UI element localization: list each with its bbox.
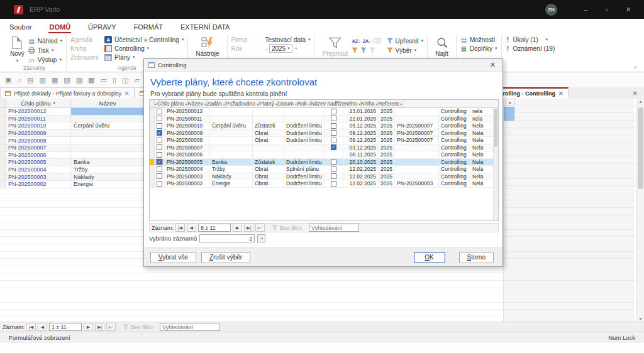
advanced-filter-button[interactable]: Upřesnit▾ — [387, 36, 424, 45]
table-row[interactable]: PN-202500010 Čerpání úvěru — [0, 122, 144, 130]
selection-filter-button[interactable]: Výběr▾ — [387, 46, 424, 55]
platny-checkbox[interactable] — [331, 138, 336, 143]
select-checkbox[interactable] — [157, 123, 162, 129]
close-all-tabs-icon[interactable]: ✕ — [633, 90, 638, 97]
clear-selection-button[interactable]: Zrušit výběr — [201, 252, 250, 263]
record-selector[interactable] — [150, 116, 155, 122]
platny-checkbox[interactable] — [331, 159, 336, 165]
table-row[interactable]: PN-202500007 — [0, 144, 144, 152]
next-record-button[interactable]: ▶ — [84, 323, 93, 331]
prev-record-button[interactable]: ◀ — [38, 323, 47, 331]
user-avatar[interactable]: ZN — [545, 4, 557, 16]
addins-button[interactable]: ▦Doplňky▾ — [460, 44, 497, 53]
record-selector[interactable] — [0, 137, 6, 144]
select-checkbox[interactable] — [157, 144, 162, 150]
collapse-ribbon-icon[interactable]: ⌄ — [633, 63, 638, 69]
select-checkbox[interactable] — [157, 116, 162, 121]
year-plus-button[interactable]: + — [295, 46, 297, 51]
record-selector[interactable] — [0, 166, 6, 173]
column-header[interactable]: Název nadřízeného — [311, 100, 361, 107]
no-filter-indicator[interactable]: Bez filtru — [272, 225, 302, 231]
select-checkbox[interactable] — [157, 152, 162, 158]
table-row[interactable]: PN-202500006 06.11.2025 2025 Controlling… — [150, 151, 498, 159]
table-row[interactable]: ✓ PN-202500005 Banka Zůstatek Dodržení l… — [150, 159, 498, 166]
year-dropdown[interactable]: 2025▾ — [269, 44, 292, 53]
table-row[interactable]: PN-202500010 Čerpání úvěru Zůstatek Dodr… — [150, 122, 498, 130]
agenda-dropdown[interactable]: Účetnictví » Controlling — [114, 36, 179, 43]
column-header[interactable]: Číslo plánu — [157, 100, 188, 107]
close-tab-icon[interactable]: ✕ — [558, 90, 564, 97]
record-selector[interactable] — [0, 144, 6, 151]
column-header[interactable]: Datum — [278, 100, 297, 107]
ok-button[interactable]: OK — [414, 252, 445, 263]
search-input[interactable] — [309, 224, 359, 232]
dialog-table-scrollbar[interactable] — [493, 108, 498, 220]
column-header[interactable]: Referent — [378, 100, 402, 107]
table-row[interactable]: PN-202500005 Banka — [0, 159, 144, 166]
quickbar-icon[interactable]: ▯ — [113, 76, 116, 84]
record-selector[interactable] — [150, 180, 155, 187]
record-selector[interactable] — [0, 159, 6, 166]
platny-checkbox[interactable] — [331, 173, 336, 179]
quickbar-icon[interactable]: ▧ — [64, 76, 70, 84]
platny-checkbox[interactable] — [331, 181, 336, 187]
record-selector[interactable] — [0, 122, 6, 129]
table-row[interactable]: PN-202500003 Náklady Obrat Dodržení limi… — [150, 173, 498, 181]
quickbar-icon[interactable]: ▩ — [88, 76, 94, 84]
column-header[interactable]: Rok — [297, 100, 311, 107]
record-selector[interactable] — [0, 108, 6, 115]
platny-checkbox[interactable] — [331, 116, 336, 121]
platny-checkbox[interactable] — [331, 166, 336, 172]
column-header-nazev[interactable]: Název — [71, 99, 144, 107]
table-row[interactable]: PN-202500012 23.01.2026 2025 Controlling… — [150, 108, 498, 116]
column-header[interactable]: Zadán — [207, 100, 226, 107]
menu-item[interactable]: FORMÁT — [133, 22, 164, 33]
filter-icon[interactable] — [360, 47, 367, 53]
sort-desc-button[interactable]: ZA↓ — [362, 38, 370, 44]
record-position[interactable]: 8 z 11 — [198, 224, 231, 232]
record-selector[interactable] — [0, 152, 6, 159]
quickbar-icon[interactable]: ▨ — [76, 76, 82, 84]
platny-checkbox[interactable] — [331, 109, 336, 114]
column-header[interactable]: Název — [188, 100, 207, 107]
select-all-button[interactable]: Vybrat vše — [150, 252, 196, 263]
select-checkbox[interactable] — [157, 173, 162, 179]
quickbar-icon[interactable]: ▤ — [27, 76, 33, 84]
table-row[interactable]: PN-202500002 Energie Obrat Dodržení limi… — [150, 180, 498, 188]
quickbar-icon[interactable]: ▣ — [5, 76, 11, 84]
menu-item[interactable]: ÚPRAVY — [87, 22, 116, 33]
scrollbar-thumb[interactable] — [494, 109, 497, 147]
table-row[interactable]: PN-202500004 Tržby — [0, 166, 144, 174]
new-record-button[interactable]: ▶* — [255, 224, 265, 232]
next-record-button[interactable]: ▶ — [233, 224, 242, 232]
menu-item[interactable]: EXTERNÍ DATA — [180, 22, 230, 33]
table-row[interactable]: PN-202500008 Obrat Dodržení limitu 09.12… — [150, 137, 498, 144]
record-selector[interactable] — [150, 159, 155, 166]
platny-checkbox[interactable] — [331, 123, 336, 129]
platny-checkbox[interactable]: ✓ — [331, 144, 336, 150]
tasks-button[interactable]: !Úkoly (1)▾ — [506, 35, 555, 44]
table-row[interactable]: PN-202500004 Tržby Obrat Splnění plánu 1… — [150, 166, 498, 173]
cancel-button[interactable]: Storno — [459, 252, 494, 263]
table-row[interactable]: PN-202500003 Náklady — [0, 173, 144, 181]
last-record-button[interactable]: ▶| — [244, 224, 253, 232]
select-checkbox[interactable]: ✓ — [157, 159, 162, 165]
quickbar-icon[interactable]: ◫ — [122, 76, 128, 84]
select-checkbox[interactable] — [157, 109, 162, 114]
record-selector[interactable] — [150, 122, 155, 129]
record-selector[interactable] — [150, 144, 155, 151]
select-checkbox[interactable]: ✓ — [157, 130, 162, 136]
tools-button[interactable]: Nástroje — [192, 35, 223, 58]
remove-filter-icon[interactable] — [369, 47, 375, 53]
column-header[interactable]: Platný — [259, 100, 278, 107]
find-button[interactable]: Najít — [431, 35, 452, 58]
filter-lightning-icon[interactable] — [352, 47, 358, 53]
notifications-button[interactable]: !Oznámení (19) — [506, 44, 555, 53]
record-selector[interactable] — [150, 166, 155, 173]
new-record-button[interactable]: ▶* — [106, 323, 116, 331]
table-row[interactable]: PN-202500007 ✓ 03.12.2025 2025 Controlli… — [150, 144, 498, 152]
preview-button[interactable]: ▤Náhled▾ — [28, 36, 62, 45]
record-selector[interactable] — [150, 173, 155, 180]
column-header-cislo-planu[interactable]: Číslo plánu▾ — [6, 99, 71, 107]
table-row[interactable]: PN-202500006 — [0, 152, 144, 160]
